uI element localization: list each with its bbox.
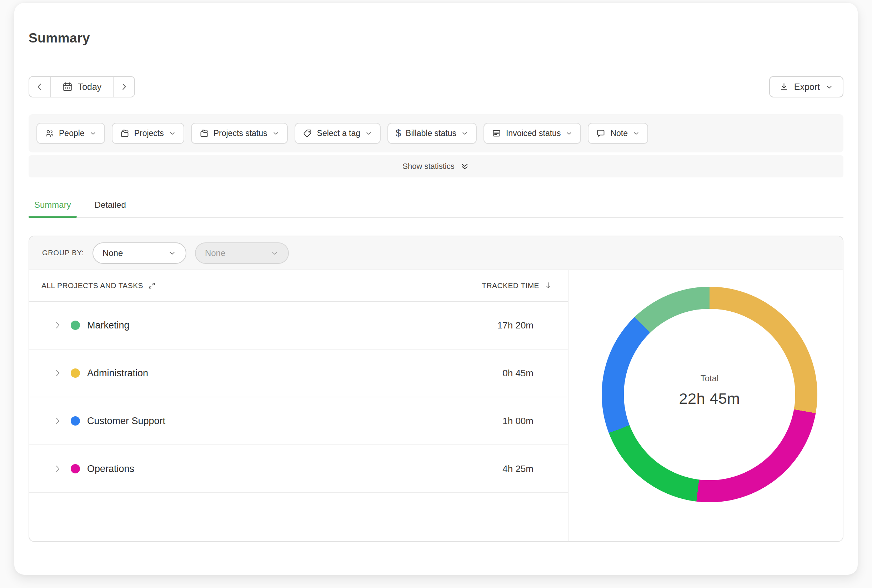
table-row[interactable]: Administration 0h 45m (29, 350, 568, 398)
tracked-time-value: 4h 25m (503, 464, 533, 474)
project-name: Customer Support (87, 416, 165, 427)
chevron-down-icon (825, 83, 833, 91)
filter-label: People (59, 129, 85, 138)
tab-detailed[interactable]: Detailed (89, 200, 132, 217)
project-color-dot (71, 368, 80, 378)
filter-tag[interactable]: Select a tag (294, 123, 381, 144)
filter-label: Projects status (213, 129, 267, 138)
filter-note[interactable]: Note (588, 123, 648, 144)
chevron-down-icon (632, 130, 640, 137)
report-tabs: Summary Detailed (29, 200, 843, 218)
project-name: Marketing (87, 320, 130, 331)
show-statistics-label: Show statistics (402, 162, 455, 171)
download-icon (779, 82, 789, 92)
tracked-time-value: 1h 00m (503, 416, 533, 427)
filter-label: Billable status (406, 129, 456, 138)
summary-panel: GROUP BY: None None ALL PROJECTS AND TAS (29, 236, 843, 542)
filter-label: Projects (134, 129, 164, 138)
sort-arrow-down-icon[interactable] (544, 281, 553, 290)
tag-icon (303, 129, 312, 138)
toolbar: Today Export (29, 76, 843, 98)
projects-column-header: ALL PROJECTS AND TASKS (41, 281, 143, 290)
projects-table: ALL PROJECTS AND TASKS TRACKED TIME (29, 270, 569, 541)
project-color-dot (71, 416, 80, 426)
table-row[interactable]: Marketing 17h 20m (29, 302, 568, 350)
project-color-dot (71, 321, 80, 330)
project-color-dot (71, 464, 80, 473)
tab-label: Summary (34, 200, 71, 210)
filter-label: Note (610, 129, 628, 138)
total-value: 22h 45m (679, 390, 740, 407)
chevron-down-icon (461, 130, 468, 137)
panel-content: ALL PROJECTS AND TASKS TRACKED TIME (29, 270, 843, 541)
group-by-bar: GROUP BY: None None (29, 236, 843, 270)
filter-invoiced-status[interactable]: Invoiced status (483, 123, 581, 144)
chevron-right-icon[interactable] (53, 464, 62, 473)
group-by-secondary-select[interactable]: None (195, 242, 289, 264)
people-icon (45, 129, 54, 138)
filter-projects[interactable]: Projects (112, 123, 184, 144)
filter-projects-status[interactable]: Projects status (191, 123, 288, 144)
group-by-label: GROUP BY: (42, 249, 84, 257)
show-statistics-toggle[interactable]: Show statistics (29, 155, 843, 177)
chevron-down-icon (89, 130, 97, 137)
tab-summary[interactable]: Summary (29, 200, 77, 217)
note-icon (596, 129, 606, 138)
filter-people[interactable]: People (36, 123, 105, 144)
group-by-primary-value: None (102, 248, 123, 258)
folder-icon (199, 129, 209, 138)
invoice-icon (492, 129, 501, 138)
chevron-left-icon (35, 82, 44, 92)
tab-label: Detailed (95, 200, 126, 210)
table-header: ALL PROJECTS AND TASKS TRACKED TIME (29, 270, 568, 302)
dollar-icon: $ (396, 129, 401, 138)
chevron-right-icon[interactable] (53, 321, 62, 330)
project-name: Administration (87, 368, 148, 379)
chevron-down-icon (365, 130, 372, 137)
today-button[interactable]: Today (50, 77, 114, 97)
donut-chart: Total 22h 45m (602, 286, 817, 502)
calendar-icon (62, 81, 73, 92)
group-by-primary-select[interactable]: None (93, 242, 186, 264)
group-by-secondary-value: None (205, 248, 225, 258)
tracked-time-column-header[interactable]: TRACKED TIME (482, 281, 539, 290)
chevron-down-icon (168, 249, 176, 257)
next-period-button[interactable] (114, 77, 134, 97)
page-title: Summary (29, 3, 843, 46)
chevron-right-icon[interactable] (53, 368, 62, 378)
filter-label: Select a tag (317, 129, 360, 138)
chevron-down-icon (168, 130, 176, 137)
total-label: Total (679, 374, 740, 383)
export-label: Export (794, 82, 820, 92)
folder-icon (120, 129, 130, 138)
chevron-right-icon[interactable] (53, 416, 62, 426)
chevron-right-icon (119, 82, 129, 92)
filter-bar: People Projects (29, 114, 843, 153)
donut-center: Total 22h 45m (624, 309, 795, 480)
chevron-down-icon (272, 130, 279, 137)
tracked-time-value: 0h 45m (503, 368, 533, 379)
tracked-time-value: 17h 20m (497, 320, 533, 331)
chevron-down-icon (565, 130, 573, 137)
filter-label: Invoiced status (506, 129, 561, 138)
chevron-down-icon (270, 249, 279, 257)
today-label: Today (78, 82, 102, 92)
date-navigation: Today (29, 76, 135, 98)
summary-report-card: Summary (14, 3, 858, 575)
filter-billable-status[interactable]: $ Billable status (387, 123, 477, 144)
double-chevron-down-icon (460, 162, 470, 171)
table-row[interactable]: Operations 4h 25m (29, 445, 568, 493)
table-row[interactable]: Customer Support 1h 00m (29, 398, 568, 445)
chart-area: Total 22h 45m (569, 270, 843, 541)
project-name: Operations (87, 464, 134, 474)
previous-period-button[interactable] (29, 77, 50, 97)
expand-icon[interactable] (148, 282, 156, 290)
export-button[interactable]: Export (769, 76, 843, 98)
